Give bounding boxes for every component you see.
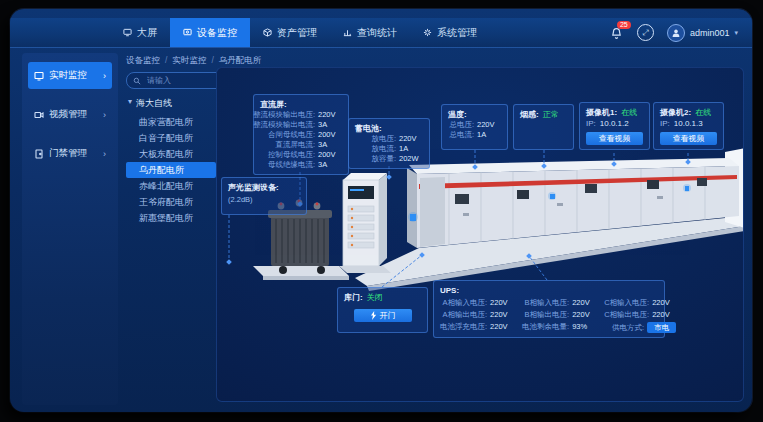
sidebar-item-realtime-monitoring[interactable]: 实时监控 › — [28, 62, 112, 89]
door-icon — [34, 149, 44, 159]
breadcrumb-item[interactable]: 设备监控 — [126, 55, 160, 67]
tree-root-label: 海大自线 — [136, 97, 172, 110]
fullscreen-icon[interactable]: ⤢ — [637, 24, 654, 41]
tree-item[interactable]: 赤峰北配电所 — [126, 178, 216, 194]
nav-label: 系统管理 — [437, 26, 477, 40]
lightning-icon — [370, 311, 377, 320]
ups-metrics-grid: A相输入电压:220V B相输入电压:220V C相输入电压:220V A相输出… — [440, 298, 658, 333]
metric-label: 放电压: — [355, 134, 396, 144]
username: admin001 — [690, 28, 730, 38]
notification-badge: 25 — [617, 21, 631, 29]
substation-tree: ▾ 海大自线 曲家营配电所 白音子配电所 大板东配电所 乌丹配电所 赤峰北配电所… — [126, 95, 216, 226]
metric-value: 220V — [318, 110, 342, 120]
app-window: 大屏 设备监控 资产管理 查询统计 系统管理 25 — [10, 9, 752, 412]
user-menu[interactable]: admin001 ▾ — [667, 24, 738, 42]
nav-item-system-management[interactable]: 系统管理 — [410, 18, 490, 47]
metric-label: A相输出电压: — [440, 310, 487, 320]
metric-value: 3A — [318, 140, 342, 150]
status-badge: 在线 — [621, 107, 637, 118]
tree-item[interactable]: 曲家营配电所 — [126, 114, 216, 130]
sidebar-item-video-management[interactable]: 视频管理 › — [28, 101, 112, 128]
tree-item[interactable]: 王爷府配电所 — [126, 194, 216, 210]
ups-panel: UPS: A相输入电压:220V B相输入电压:220V C相输入电压:220V… — [433, 280, 665, 338]
monitor-icon — [34, 71, 44, 81]
nav-label: 查询统计 — [357, 26, 397, 40]
metric-value: 220V — [490, 322, 514, 333]
tree-root-node[interactable]: ▾ 海大自线 — [126, 95, 216, 114]
metric-value: 220V — [477, 120, 501, 130]
chevron-right-icon: › — [103, 71, 106, 81]
open-door-label: 开门 — [380, 309, 396, 322]
metric-label: 合闸母线电压: — [260, 130, 315, 140]
panel-title: 摄像机1: — [586, 107, 617, 118]
metric-value: 220V — [572, 298, 596, 308]
temperature-panel: 温度: 总电压:220V 总电流:1A — [441, 104, 508, 150]
notifications-button[interactable]: 25 — [610, 26, 624, 40]
panel-title: UPS: — [440, 285, 658, 296]
metric-label: 放电流: — [355, 144, 396, 154]
camera1-panel: 摄像机1:在线 IP:10.0.1.2 查看视频 — [579, 102, 650, 150]
metric-value: 220V — [490, 310, 514, 320]
noise-value: (2.2dB) — [228, 195, 300, 204]
metric-label: 直流屏电流: — [260, 140, 315, 150]
video-icon — [34, 110, 44, 120]
search-input[interactable] — [145, 75, 219, 86]
view-video-button[interactable]: 查看视频 — [586, 132, 643, 145]
screen-icon — [123, 28, 132, 37]
status-badge: 关闭 — [367, 292, 383, 303]
chevron-right-icon: › — [103, 110, 106, 120]
settings-icon — [423, 28, 432, 37]
metric-label: B相输入电压: — [522, 298, 569, 308]
breadcrumb: 设备监控 / 实时监控 / 乌丹配电所 — [126, 55, 261, 67]
supply-mode-chip[interactable]: 市电 — [647, 322, 676, 333]
ip-value: 10.0.1.3 — [674, 118, 703, 129]
metric-value: 3A — [318, 120, 342, 130]
metric-value: 220V — [572, 310, 596, 320]
metric-value: 1A — [477, 130, 501, 140]
view-video-button[interactable]: 查看视频 — [660, 132, 717, 145]
main-content: 直流屏: 整流模块输出电压:220V 整流模块输出电流:3A 合闸母线电压:20… — [216, 67, 744, 402]
panel-title: 库门: — [344, 292, 363, 303]
breadcrumb-separator: / — [211, 55, 213, 67]
nav-item-device-monitoring[interactable]: 设备监控 — [170, 18, 250, 47]
tree-collapse-icon: ▾ — [128, 97, 132, 110]
tree-item[interactable]: 大板东配电所 — [126, 146, 216, 162]
tree-item-selected[interactable]: 乌丹配电所 — [126, 162, 216, 178]
battery-panel: 蓄电池: 放电压:220V 放电流:1A 放容量:202W — [348, 118, 430, 169]
metric-value: 200V — [318, 150, 342, 160]
monitor-icon — [183, 28, 192, 37]
metric-label: 总电流: — [448, 130, 474, 140]
nav-right-cluster: 25 ⤢ admin001 ▾ — [610, 18, 738, 47]
tree-item[interactable]: 新惠堡配电所 — [126, 210, 216, 226]
metric-label: 整流模块输出电流: — [253, 120, 315, 130]
nav-item-query-statistics[interactable]: 查询统计 — [330, 18, 410, 47]
breadcrumb-item[interactable]: 实时监控 — [172, 55, 206, 67]
open-door-button[interactable]: 开门 — [354, 309, 412, 322]
panel-title: 蓄电池: — [355, 123, 423, 134]
metric-value: 220V — [652, 310, 676, 320]
dc-screen-panel: 直流屏: 整流模块输出电压:220V 整流模块输出电流:3A 合闸母线电压:20… — [253, 94, 349, 175]
metric-value: 202W — [399, 154, 423, 164]
panel-title: 摄像机2: — [660, 107, 691, 118]
panel-title: 声光监测设备: — [228, 182, 300, 193]
nav-item-dashboard[interactable]: 大屏 — [110, 18, 170, 47]
screen: 大屏 设备监控 资产管理 查询统计 系统管理 25 — [0, 0, 763, 422]
nav-item-asset-management[interactable]: 资产管理 — [250, 18, 330, 47]
sidebar-item-access-control[interactable]: 门禁管理 › — [28, 140, 112, 167]
nav-label: 设备监控 — [197, 26, 237, 40]
left-sidebar: 实时监控 › 视频管理 › 门禁管理 › — [22, 53, 118, 405]
metric-value: 220V — [490, 298, 514, 308]
metric-label: C相输出电压: — [604, 310, 649, 320]
metric-value: 1A — [399, 144, 423, 154]
search-icon — [133, 77, 141, 85]
sound-light-monitor-panel: 声光监测设备: (2.2dB) — [221, 177, 307, 215]
tree-item[interactable]: 白音子配电所 — [126, 130, 216, 146]
tree-search — [126, 72, 226, 89]
user-icon — [671, 28, 681, 38]
metric-value: 3A — [318, 160, 342, 170]
supply-mode-label: 供电方式: — [612, 323, 644, 333]
stats-icon — [343, 28, 352, 37]
avatar — [667, 24, 685, 42]
chevron-down-icon: ▾ — [734, 29, 738, 37]
status-badge: 在线 — [695, 107, 711, 118]
